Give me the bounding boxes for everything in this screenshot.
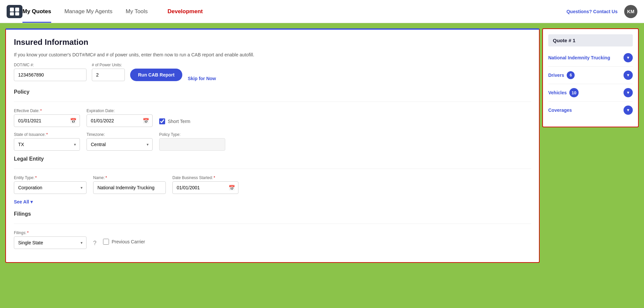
power-units-field-group: # of Power Units: xyxy=(92,63,125,81)
filings-select[interactable]: Single State Multi State xyxy=(14,236,87,249)
dot-input[interactable] xyxy=(14,69,87,81)
filings-group: Filings: Single State Multi State xyxy=(14,231,87,249)
effective-date-label: Effective Date: xyxy=(14,108,80,113)
filings-section: Filings xyxy=(14,211,531,224)
nav-dev-label: Development xyxy=(167,8,203,15)
legal-entity-row: Entity Type: Corporation LLC Sole Propri… xyxy=(14,175,531,194)
previous-carrier-label: Previous Carrier xyxy=(112,239,145,244)
svg-rect-2 xyxy=(10,12,14,15)
coverages-chevron-button[interactable]: ▼ xyxy=(624,106,633,115)
see-all-chevron-icon: ▾ xyxy=(30,199,33,204)
nav-my-quotes[interactable]: My Quotes xyxy=(22,0,51,23)
sidebar-drivers-label[interactable]: Drivers xyxy=(548,73,564,78)
timezone-select[interactable]: Central Eastern Pacific Mountain xyxy=(87,138,153,151)
effective-date-wrapper: 📅 xyxy=(14,114,80,127)
expiration-date-label: Expiration Date: xyxy=(87,108,153,113)
legal-entity-section-header: Legal Entity xyxy=(14,156,531,162)
name-group: Name: xyxy=(93,175,166,194)
filings-row: Filings: Single State Multi State ? Prev… xyxy=(14,231,531,249)
entity-type-select-wrapper: Corporation LLC Sole Proprietor Partners… xyxy=(14,181,87,194)
quote-header: Quote # 1 xyxy=(548,34,633,46)
logo-icon xyxy=(7,5,22,18)
sidebar-vehicles-label[interactable]: Vehicles xyxy=(548,90,567,95)
nav-right: Questions? Contact Us KM xyxy=(566,5,637,18)
timezone-label: Timezone: xyxy=(87,132,153,137)
sidebar-drivers-count: 6 xyxy=(567,71,575,79)
power-units-input[interactable] xyxy=(92,69,125,81)
short-term-checkbox[interactable] xyxy=(159,118,165,124)
run-cab-button[interactable]: Run CAB Report xyxy=(130,69,182,81)
entity-type-label: Entity Type: xyxy=(14,175,87,180)
timezone-group: Timezone: Central Eastern Pacific Mounta… xyxy=(87,132,153,151)
filings-section-header: Filings xyxy=(14,211,531,217)
right-panel: Quote # 1 National Indemnity Trucking ▼ … xyxy=(541,27,640,304)
sidebar-coverages-label[interactable]: Coverages xyxy=(548,108,572,113)
nav-items: My Quotes Manage My Agents My Tools Deve… xyxy=(22,0,566,23)
date-business-group: Date Business Started: 📅 xyxy=(172,175,238,194)
expiration-date-input[interactable] xyxy=(87,114,153,127)
navbar: My Quotes Manage My Agents My Tools Deve… xyxy=(0,0,644,23)
policy-type-group: Policy Type: xyxy=(159,132,225,151)
see-all-label: See All xyxy=(14,199,29,204)
sidebar-container: Quote # 1 National Indemnity Trucking ▼ … xyxy=(542,28,639,127)
state-issuance-select[interactable]: TX CA NY FL xyxy=(14,138,80,151)
state-timezone-row: State of Issuance: TX CA NY FL Timezone: xyxy=(14,132,531,151)
dot-label: DOT/MC #: xyxy=(14,63,87,67)
nav-my-tools[interactable]: My Tools xyxy=(125,0,148,23)
policy-type-input[interactable] xyxy=(159,138,225,151)
sidebar-vehicles-count: 10 xyxy=(569,88,579,97)
skip-for-now-button[interactable]: Skip for Now xyxy=(188,76,216,81)
main-container: Insured Information If you know your cus… xyxy=(0,23,644,308)
entity-type-group: Entity Type: Corporation LLC Sole Propri… xyxy=(14,175,87,194)
entity-type-select[interactable]: Corporation LLC Sole Proprietor Partners… xyxy=(14,181,87,194)
state-issuance-select-wrapper: TX CA NY FL xyxy=(14,138,80,151)
power-units-label: # of Power Units: xyxy=(92,63,125,67)
cab-description: If you know your customer's DOT#/MC# and… xyxy=(14,52,531,57)
effective-date-group: Effective Date: 📅 xyxy=(14,108,80,127)
filings-label: Filings: xyxy=(14,231,87,235)
vehicles-chevron-button[interactable]: ▼ xyxy=(624,88,633,97)
svg-rect-0 xyxy=(10,8,14,12)
short-term-checkbox-row: Short Term xyxy=(159,118,190,127)
sidebar-company-name[interactable]: National Indemnity Trucking xyxy=(548,55,610,60)
timezone-select-wrapper: Central Eastern Pacific Mountain xyxy=(87,138,153,151)
policy-section: Policy xyxy=(14,89,531,102)
sidebar-drivers-item: Drivers 6 ▼ xyxy=(548,67,633,84)
name-input[interactable] xyxy=(93,181,166,194)
previous-carrier-checkbox-row: Previous Carrier xyxy=(103,239,145,247)
date-business-wrapper: 📅 xyxy=(172,181,238,194)
expiration-date-group: Expiration Date: 📅 xyxy=(87,108,153,127)
legal-entity-section: Legal Entity xyxy=(14,156,531,169)
effective-date-input[interactable] xyxy=(14,114,80,127)
state-issuance-group: State of Issuance: TX CA NY FL xyxy=(14,132,80,151)
dot-field-group: DOT/MC #: xyxy=(14,63,87,81)
svg-rect-3 xyxy=(15,12,19,15)
dates-row: Effective Date: 📅 Expiration Date: 📅 xyxy=(14,108,531,127)
date-business-label: Date Business Started: xyxy=(172,175,238,180)
nav-contact-link[interactable]: Questions? Contact Us xyxy=(566,9,618,14)
company-chevron-button[interactable]: ▼ xyxy=(624,53,633,62)
sidebar-drivers-left: Drivers 6 xyxy=(548,71,575,79)
policy-type-label: Policy Type: xyxy=(159,132,225,137)
nav-avatar[interactable]: KM xyxy=(624,5,637,18)
short-term-label: Short Term xyxy=(168,119,190,124)
sidebar-coverages-item: Coverages ▼ xyxy=(548,102,633,119)
form-title: Insured Information xyxy=(14,38,531,47)
svg-rect-1 xyxy=(15,8,19,12)
policy-section-header: Policy xyxy=(14,89,531,95)
sidebar-vehicles-item: Vehicles 10 ▼ xyxy=(548,84,633,102)
see-all-link[interactable]: See All ▾ xyxy=(14,199,531,204)
drivers-chevron-button[interactable]: ▼ xyxy=(624,71,633,80)
state-issuance-label: State of Issuance: xyxy=(14,132,80,137)
nav-manage-agents[interactable]: Manage My Agents xyxy=(64,0,113,23)
expiration-date-wrapper: 📅 xyxy=(87,114,153,127)
previous-carrier-checkbox[interactable] xyxy=(103,239,109,245)
left-panel: Insured Information If you know your cus… xyxy=(4,27,541,304)
filings-select-wrapper: Single State Multi State xyxy=(14,236,87,249)
form-container: Insured Information If you know your cus… xyxy=(5,28,540,263)
date-business-input[interactable] xyxy=(172,181,238,194)
sidebar-company-item: National Indemnity Trucking ▼ xyxy=(548,49,633,67)
sidebar-vehicles-left: Vehicles 10 xyxy=(548,88,579,97)
filings-help-icon[interactable]: ? xyxy=(93,240,96,247)
cab-row: DOT/MC #: # of Power Units: Run CAB Repo… xyxy=(14,63,531,81)
